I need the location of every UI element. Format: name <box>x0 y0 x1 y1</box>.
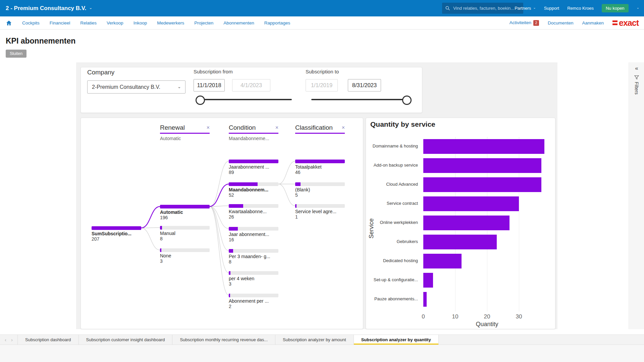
chart-bar-online-werkplekken[interactable] <box>423 216 509 230</box>
tree-node-blank[interactable]: (Blank)5 <box>295 182 349 198</box>
tab-subscription-analyzer-by-amount[interactable]: Subscription analyzer by amount <box>275 335 354 345</box>
tree-node-value: 26 <box>229 214 282 220</box>
subscription-from-start-field[interactable]: 11/1/2018 <box>194 79 225 92</box>
nav-item-relaties[interactable]: Relaties <box>80 20 97 25</box>
tree-node-bar <box>229 182 278 186</box>
tree-edges <box>81 118 364 329</box>
activities-badge: 2 <box>533 20 539 26</box>
nav-item-cockpits[interactable]: Cockpits <box>22 20 40 25</box>
tree-node-kwartaalabonne[interactable]: Kwartaalabonne...26 <box>229 204 282 220</box>
buy-now-button[interactable]: Nu kopen <box>602 4 629 12</box>
tree-node-sumsubscriptio[interactable]: SumSubscriptio...207 <box>92 226 145 242</box>
tab-prev-icon[interactable]: ‹ <box>5 337 6 343</box>
tree-node-bar <box>160 226 210 230</box>
subscription-to-start-field[interactable]: 1/1/2019 <box>306 79 338 92</box>
filters-rail: « Filters <box>629 62 644 329</box>
support-link[interactable]: Support <box>544 6 559 11</box>
tree-node-manual[interactable]: Manual8 <box>160 226 214 241</box>
tree-node-bar-fill <box>92 226 141 230</box>
tab-subscription-customer-insight-dashboard[interactable]: Subscription customer insight dashboard <box>79 335 173 345</box>
main-navigation: CockpitsFinancieelRelatiesVerkoopInkoopM… <box>0 16 644 29</box>
tree-node-bar <box>295 204 345 208</box>
tree-node-service-level-agre[interactable]: Service level agre...1 <box>295 204 349 220</box>
nav-item-financieel[interactable]: Financieel <box>50 20 70 25</box>
chevron-down-icon: ⌄ <box>637 6 639 9</box>
subscription-from-label: Subscription from <box>194 69 233 74</box>
subscription-from-slider-handle[interactable] <box>196 96 205 105</box>
tree-node-automatic[interactable]: Automatic196 <box>160 205 214 220</box>
topbar: 2 - Premium Consultancy B.V. ⌄ Partners … <box>0 0 644 16</box>
global-search[interactable] <box>442 3 523 14</box>
tree-node-bar-fill <box>229 204 243 208</box>
chart-bar-set-up-configuratie[interactable] <box>423 273 433 288</box>
tree-node-abonnement-per[interactable]: Abonnement per ...2 <box>229 294 282 309</box>
nav-links: CockpitsFinancieelRelatiesVerkoopInkoopM… <box>6 20 290 26</box>
nav-item-abonnementen[interactable]: Abonnementen <box>223 20 254 25</box>
tree-node-label: Manual <box>160 231 214 236</box>
tree-node-totaalpakket[interactable]: Totaalpakket46 <box>295 160 349 175</box>
subscription-to-slider-handle[interactable] <box>402 96 412 105</box>
exact-logo-bars-icon <box>612 20 618 25</box>
y-axis-title: Service <box>368 205 375 252</box>
tree-node-bar <box>229 249 278 253</box>
search-icon <box>445 6 450 11</box>
subscription-to-end-field[interactable]: 8/31/2023 <box>348 79 381 92</box>
activities-link[interactable]: Activiteiten2 <box>509 20 539 26</box>
tree-node-per-3-maanden-g[interactable]: Per 3 maanden- g...8 <box>229 249 282 264</box>
search-input[interactable] <box>452 5 520 11</box>
chart-bar-cloud-advanced[interactable] <box>423 177 541 192</box>
tree-node-label: Jaarabonnement ... <box>229 164 282 170</box>
user-menu[interactable]: Remco Kroes <box>567 6 594 11</box>
chart-bar-pauze-abonnements[interactable] <box>423 292 427 307</box>
documents-link[interactable]: Documenten <box>548 20 574 25</box>
company-filter-label: Company <box>87 69 114 76</box>
tab-subscription-monthly-recurring-revenue-das[interactable]: Subscription monthly recurring revenue d… <box>172 335 275 345</box>
tree-node-per-4-weken[interactable]: per 4 weken3 <box>229 271 282 287</box>
tab-subscription-dashboard[interactable]: Subscription dashboard <box>17 335 79 345</box>
page-title: KPI abonnementen <box>6 37 75 46</box>
remove-level-icon[interactable]: × <box>275 125 278 131</box>
remove-level-icon[interactable]: × <box>207 125 210 131</box>
expand-filters-icon[interactable]: « <box>635 65 638 72</box>
buy-menu-chevron[interactable]: ⌄ <box>637 6 639 10</box>
tree-node-jaar-abonnement[interactable]: Jaar abonnement...16 <box>229 227 282 242</box>
tree-node-bar-fill <box>160 226 162 230</box>
tree-node-value: 89 <box>229 170 282 175</box>
exact-logo[interactable]: exact <box>612 19 639 27</box>
subscription-to-slider[interactable] <box>311 99 406 100</box>
tree-node-label: Kwartaalabonne... <box>229 209 282 214</box>
filter-funnel-icon[interactable] <box>634 75 639 80</box>
chart-bar-domainname-hosting[interactable] <box>423 139 544 154</box>
chart-bar-add-on-backup-service[interactable] <box>423 158 541 173</box>
tree-node-value: 46 <box>295 170 349 175</box>
tab-next-icon[interactable]: › <box>11 337 13 343</box>
subscription-from-slider[interactable] <box>198 99 292 100</box>
chart-bar-dedicated-hosting[interactable] <box>423 254 462 268</box>
company-switcher[interactable]: 2 - Premium Consultancy B.V. ⌄ <box>6 5 92 12</box>
tree-node-jaarabonnement[interactable]: Jaarabonnement ...89 <box>229 160 282 175</box>
nav-item-medewerkers[interactable]: Medewerkers <box>157 20 184 25</box>
x-axis-tick-label: 10 <box>448 313 462 320</box>
company-dropdown[interactable]: 2-Premium Consultancy B.V. ⌄ <box>87 80 185 94</box>
tree-node-maandabonnem[interactable]: Maandabonnem...52 <box>229 182 282 198</box>
decomposition-tree-canvas: Renewal×AutomaticCondition×Maandabonneme… <box>80 118 363 329</box>
nav-item-verkoop[interactable]: Verkoop <box>107 20 123 25</box>
subscription-from-end-field[interactable]: 4/1/2023 <box>232 79 270 92</box>
nav-item-inkoop[interactable]: Inkoop <box>133 20 147 25</box>
chart-bar-gebruikers[interactable] <box>423 235 497 249</box>
tree-node-bar-fill <box>229 160 278 163</box>
tree-node-value: 8 <box>229 259 282 264</box>
nav-item-projecten[interactable]: Projecten <box>194 20 213 25</box>
create-link[interactable]: Aanmaken <box>582 20 604 25</box>
remove-level-icon[interactable]: × <box>342 125 345 131</box>
nav-item-rapportages[interactable]: Rapportages <box>264 20 290 25</box>
column-underline <box>229 133 278 134</box>
chart-bar-service-contract[interactable] <box>423 196 519 211</box>
chart-category-label: Gebruikers <box>366 239 420 244</box>
close-page-button[interactable]: Sluiten <box>6 50 26 58</box>
partners-menu[interactable]: Partners ⌄ <box>515 6 536 11</box>
tab-subscription-analyzer-by-quantity[interactable]: Subscription analyzer by quantity <box>354 335 439 345</box>
tree-node-bar <box>160 248 210 252</box>
tree-node-none[interactable]: None3 <box>160 248 214 264</box>
home-icon[interactable] <box>6 20 12 26</box>
